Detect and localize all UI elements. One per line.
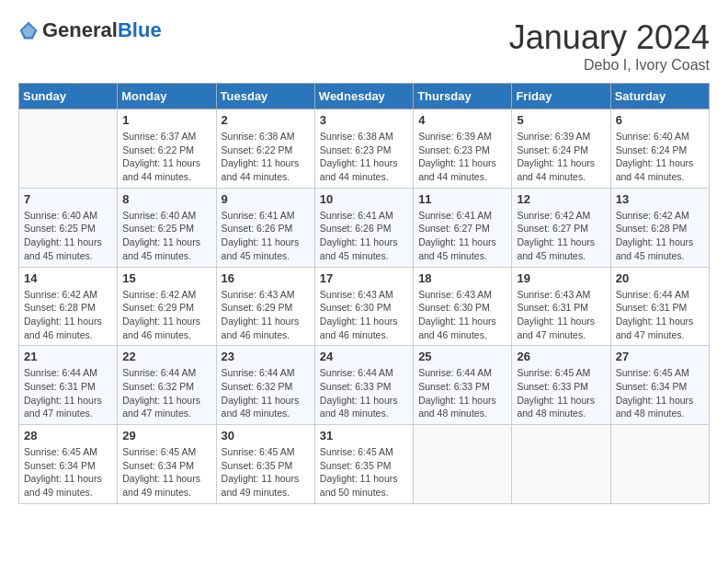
calendar-cell [19,109,118,189]
day-info: Sunrise: 6:45 AMSunset: 6:35 PMDaylight:… [320,445,408,500]
calendar-cell: 20Sunrise: 6:44 AMSunset: 6:31 PMDayligh… [610,267,709,346]
day-info: Sunrise: 6:42 AMSunset: 6:28 PMDaylight:… [616,209,704,263]
calendar-cell: 31Sunrise: 6:45 AMSunset: 6:35 PMDayligh… [314,425,413,504]
calendar-week-row: 21Sunrise: 6:44 AMSunset: 6:31 PMDayligh… [19,346,710,425]
day-info: Sunrise: 6:40 AMSunset: 6:24 PMDaylight:… [616,130,704,184]
day-info: Sunrise: 6:43 AMSunset: 6:29 PMDaylight:… [222,288,310,342]
day-number: 30 [222,429,310,442]
calendar-cell: 26Sunrise: 6:45 AMSunset: 6:33 PMDayligh… [512,346,610,425]
day-number: 8 [122,192,210,206]
day-info: Sunrise: 6:44 AMSunset: 6:33 PMDaylight:… [320,366,408,420]
day-info: Sunrise: 6:42 AMSunset: 6:28 PMDaylight:… [24,288,112,342]
day-info: Sunrise: 6:45 AMSunset: 6:34 PMDaylight:… [24,445,112,500]
day-info: Sunrise: 6:45 AMSunset: 6:34 PMDaylight:… [122,445,210,500]
day-info: Sunrise: 6:41 AMSunset: 6:26 PMDaylight:… [222,209,310,263]
calendar-cell: 25Sunrise: 6:44 AMSunset: 6:33 PMDayligh… [414,346,512,425]
day-number: 16 [222,271,310,285]
day-number: 26 [517,350,605,363]
weekday-header-row: SundayMondayTuesdayWednesdayThursdayFrid… [19,84,710,109]
day-number: 21 [24,350,112,363]
page-header: GeneralBlue January 2024 Debo I, Ivory C… [18,18,710,74]
calendar-cell: 7Sunrise: 6:40 AMSunset: 6:25 PMDaylight… [19,188,118,267]
day-number: 3 [320,113,408,127]
day-number: 6 [616,113,704,127]
day-number: 18 [418,271,506,285]
day-info: Sunrise: 6:44 AMSunset: 6:31 PMDaylight:… [24,366,112,420]
day-info: Sunrise: 6:44 AMSunset: 6:33 PMDaylight:… [418,366,506,420]
logo-text-general: General [42,18,118,41]
calendar-cell: 1Sunrise: 6:37 AMSunset: 6:22 PMDaylight… [118,109,216,189]
calendar-cell: 6Sunrise: 6:40 AMSunset: 6:24 PMDaylight… [610,109,709,189]
month-title: January 2024 [509,18,710,57]
day-number: 29 [122,429,210,442]
day-info: Sunrise: 6:44 AMSunset: 6:32 PMDaylight:… [122,366,210,420]
weekday-header-saturday: Saturday [610,84,709,109]
calendar-cell: 5Sunrise: 6:39 AMSunset: 6:24 PMDaylight… [512,109,610,189]
day-info: Sunrise: 6:43 AMSunset: 6:30 PMDaylight:… [418,288,506,342]
day-number: 13 [616,192,704,206]
calendar-week-row: 28Sunrise: 6:45 AMSunset: 6:34 PMDayligh… [19,425,710,504]
day-info: Sunrise: 6:45 AMSunset: 6:33 PMDaylight:… [517,366,605,420]
calendar-cell: 13Sunrise: 6:42 AMSunset: 6:28 PMDayligh… [610,188,709,267]
calendar-cell: 10Sunrise: 6:41 AMSunset: 6:26 PMDayligh… [314,188,413,267]
day-number: 5 [517,113,605,127]
logo: GeneralBlue [18,18,162,42]
calendar-cell: 9Sunrise: 6:41 AMSunset: 6:26 PMDaylight… [216,188,314,267]
day-number: 23 [222,350,310,363]
day-number: 4 [418,113,506,127]
calendar-cell: 21Sunrise: 6:44 AMSunset: 6:31 PMDayligh… [19,346,118,425]
location-title: Debo I, Ivory Coast [509,57,710,74]
day-number: 14 [24,271,112,285]
day-info: Sunrise: 6:37 AMSunset: 6:22 PMDaylight:… [122,130,210,184]
calendar-cell: 23Sunrise: 6:44 AMSunset: 6:32 PMDayligh… [216,346,314,425]
calendar-cell: 8Sunrise: 6:40 AMSunset: 6:25 PMDaylight… [118,188,216,267]
weekday-header-friday: Friday [512,84,610,109]
day-number: 20 [616,271,704,285]
logo-icon [18,20,39,40]
title-block: January 2024 Debo I, Ivory Coast [509,18,710,74]
day-info: Sunrise: 6:38 AMSunset: 6:23 PMDaylight:… [320,130,408,184]
day-number: 9 [222,192,310,206]
day-info: Sunrise: 6:38 AMSunset: 6:22 PMDaylight:… [222,130,310,184]
day-number: 7 [24,192,112,206]
calendar-cell: 27Sunrise: 6:45 AMSunset: 6:34 PMDayligh… [610,346,709,425]
day-info: Sunrise: 6:40 AMSunset: 6:25 PMDaylight:… [24,209,112,263]
calendar-cell: 11Sunrise: 6:41 AMSunset: 6:27 PMDayligh… [414,188,512,267]
weekday-header-monday: Monday [118,84,216,109]
weekday-header-wednesday: Wednesday [314,84,413,109]
day-info: Sunrise: 6:41 AMSunset: 6:26 PMDaylight:… [320,209,408,263]
day-number: 27 [616,350,704,363]
day-info: Sunrise: 6:45 AMSunset: 6:35 PMDaylight:… [222,445,310,500]
calendar-cell: 24Sunrise: 6:44 AMSunset: 6:33 PMDayligh… [314,346,413,425]
calendar-cell: 28Sunrise: 6:45 AMSunset: 6:34 PMDayligh… [19,425,118,504]
day-number: 31 [320,429,408,442]
calendar-cell: 17Sunrise: 6:43 AMSunset: 6:30 PMDayligh… [314,267,413,346]
weekday-header-tuesday: Tuesday [216,84,314,109]
calendar-cell: 3Sunrise: 6:38 AMSunset: 6:23 PMDaylight… [314,109,413,189]
calendar-cell: 14Sunrise: 6:42 AMSunset: 6:28 PMDayligh… [19,267,118,346]
day-number: 24 [320,350,408,363]
calendar-cell: 16Sunrise: 6:43 AMSunset: 6:29 PMDayligh… [216,267,314,346]
calendar-cell [414,425,512,504]
calendar-cell [512,425,610,504]
day-number: 1 [122,113,210,127]
calendar-cell: 30Sunrise: 6:45 AMSunset: 6:35 PMDayligh… [216,425,314,504]
day-info: Sunrise: 6:45 AMSunset: 6:34 PMDaylight:… [616,366,704,420]
day-info: Sunrise: 6:41 AMSunset: 6:27 PMDaylight:… [418,209,506,263]
calendar-week-row: 7Sunrise: 6:40 AMSunset: 6:25 PMDaylight… [19,188,710,267]
calendar-table: SundayMondayTuesdayWednesdayThursdayFrid… [18,83,710,504]
day-info: Sunrise: 6:44 AMSunset: 6:31 PMDaylight:… [616,288,704,342]
day-number: 11 [418,192,506,206]
day-number: 17 [320,271,408,285]
day-number: 25 [418,350,506,363]
day-info: Sunrise: 6:39 AMSunset: 6:23 PMDaylight:… [418,130,506,184]
calendar-cell: 29Sunrise: 6:45 AMSunset: 6:34 PMDayligh… [118,425,216,504]
weekday-header-sunday: Sunday [19,84,118,109]
day-number: 10 [320,192,408,206]
day-info: Sunrise: 6:42 AMSunset: 6:27 PMDaylight:… [517,209,605,263]
day-info: Sunrise: 6:43 AMSunset: 6:30 PMDaylight:… [320,288,408,342]
day-info: Sunrise: 6:39 AMSunset: 6:24 PMDaylight:… [517,130,605,184]
day-number: 2 [222,113,310,127]
calendar-cell: 18Sunrise: 6:43 AMSunset: 6:30 PMDayligh… [414,267,512,346]
day-number: 12 [517,192,605,206]
